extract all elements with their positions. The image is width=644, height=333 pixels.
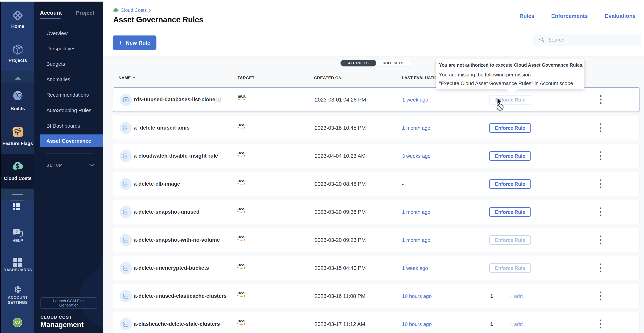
svg-text:</>: </> — [124, 99, 128, 101]
svg-text:aws: aws — [238, 263, 245, 267]
svg-text:aws: aws — [238, 291, 245, 295]
svg-text:</>: </> — [124, 323, 128, 326]
svg-text:</>: </> — [124, 211, 128, 214]
svg-text:aws: aws — [238, 319, 245, 323]
svg-text:?: ? — [16, 230, 18, 234]
svg-text:$: $ — [114, 8, 117, 12]
svg-text:</>: </> — [124, 267, 128, 270]
svg-text:</>: </> — [124, 295, 128, 298]
svg-text:</>: </> — [124, 183, 128, 186]
svg-text:aws: aws — [238, 123, 245, 127]
svg-text:</>: </> — [124, 239, 128, 242]
svg-text:</>: </> — [124, 155, 128, 158]
svg-text:aws: aws — [238, 179, 245, 183]
svg-text:aws: aws — [238, 235, 245, 239]
svg-text:</>: </> — [124, 127, 128, 130]
svg-text:aws: aws — [238, 151, 245, 155]
svg-text:aws: aws — [238, 207, 245, 211]
svg-text:$: $ — [16, 162, 20, 170]
svg-text:aws: aws — [238, 94, 246, 99]
